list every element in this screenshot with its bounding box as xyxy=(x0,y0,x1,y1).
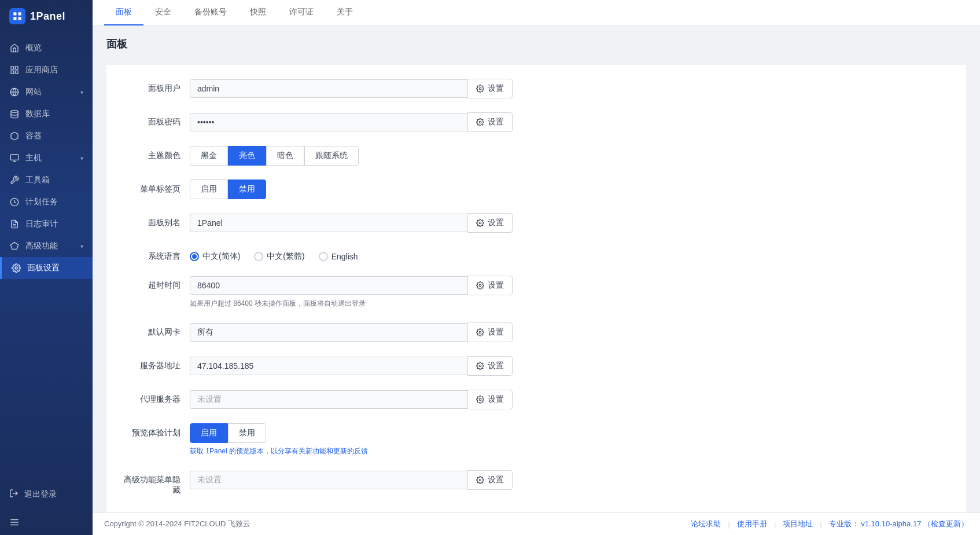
preview-plan-hint: 获取 1Panel 的预览版本，以分享有关新功能和更新的反馈 xyxy=(190,446,952,456)
svg-point-30 xyxy=(479,479,481,481)
tab-panel[interactable]: 面板 xyxy=(104,0,143,25)
theme-follow-system-btn[interactable]: 跟随系统 xyxy=(304,146,359,166)
advanced-hide-input[interactable] xyxy=(190,471,467,489)
panel-alias-input[interactable] xyxy=(190,214,467,232)
panel-user-input[interactable] xyxy=(190,79,467,98)
svg-rect-1 xyxy=(19,12,21,15)
sidebar-item-panelsettings[interactable]: 面板设置 xyxy=(0,257,93,279)
sidebar-collapse-btn[interactable] xyxy=(0,511,93,535)
theme-dark-btn[interactable]: 暗色 xyxy=(266,146,304,166)
footer-check-update-link[interactable]: （检查更新） xyxy=(923,519,968,528)
server-addr-setting-btn[interactable]: 设置 xyxy=(467,356,513,376)
svg-rect-2 xyxy=(13,17,16,20)
proxy-label: 代理服务器 xyxy=(120,390,190,405)
svg-point-23 xyxy=(479,87,481,90)
lang-zh-tw-option[interactable]: 中文(繁體) xyxy=(254,251,304,262)
svg-rect-11 xyxy=(10,155,18,160)
sidebar-item-toolbox[interactable]: 工具箱 xyxy=(0,169,93,191)
sidebar-item-container-label: 容器 xyxy=(25,131,42,141)
theme-bright-btn[interactable]: 亮色 xyxy=(228,146,266,166)
file-text-icon xyxy=(9,219,20,229)
content-area: 面板 面板用户 设置 xyxy=(93,25,980,512)
proxy-setting-btn[interactable]: 设置 xyxy=(467,390,513,409)
timeout-input[interactable] xyxy=(190,276,467,295)
sidebar-item-advanced[interactable]: 高级功能 ▾ xyxy=(0,235,93,257)
lang-zh-cn-radio[interactable] xyxy=(190,252,199,261)
timeout-control: 设置 如果用户超过 86400 秒未操作面板，面板将自动退出登录 xyxy=(190,276,952,309)
preview-plan-btn-group: 启用 禁用 xyxy=(190,423,952,443)
tab-about[interactable]: 关于 xyxy=(325,0,364,25)
panel-user-label: 面板用户 xyxy=(120,79,190,94)
tab-snapshot[interactable]: 快照 xyxy=(238,0,278,25)
logo-icon xyxy=(9,8,25,24)
timeout-input-group: 设置 xyxy=(190,276,952,295)
footer-divider-3: | xyxy=(820,520,821,529)
sidebar-item-database-label: 数据库 xyxy=(25,109,50,119)
footer-manual-link[interactable]: 使用手册 xyxy=(737,519,767,529)
advanced-hide-control: 设置 xyxy=(190,470,952,490)
menu-tab-enable-btn[interactable]: 启用 xyxy=(190,179,228,199)
nic-input-group: 设置 xyxy=(190,323,952,342)
footer-forum-link[interactable]: 论坛求助 xyxy=(691,519,721,529)
footer-version-label: 专业版： xyxy=(829,519,859,528)
panel-user-setting-btn[interactable]: 设置 xyxy=(467,79,513,98)
timeout-row: 超时时间 设置 如果用户超过 86400 秒未操作面板，面板将自动退出登录 xyxy=(120,276,952,309)
nic-setting-btn[interactable]: 设置 xyxy=(467,323,513,342)
sidebar-item-crontask-label: 计划任务 xyxy=(25,197,58,207)
box-icon xyxy=(9,131,20,141)
sidebar-item-crontask[interactable]: 计划任务 xyxy=(0,191,93,213)
sidebar-item-overview[interactable]: 概览 xyxy=(0,37,93,59)
advanced-hide-setting-btn[interactable]: 设置 xyxy=(467,470,513,490)
panel-password-setting-label: 设置 xyxy=(488,117,504,127)
lang-zh-tw-label: 中文(繁體) xyxy=(267,251,304,262)
preview-plan-disable-btn[interactable]: 禁用 xyxy=(228,423,266,443)
server-addr-input-group: 设置 xyxy=(190,356,952,376)
panel-user-control: 设置 xyxy=(190,79,952,98)
proxy-input-group: 设置 xyxy=(190,390,952,409)
panel-alias-label: 面板别名 xyxy=(120,213,190,228)
preview-plan-enable-btn[interactable]: 启用 xyxy=(190,423,228,443)
panel-alias-input-group: 设置 xyxy=(190,213,952,233)
sidebar-item-logout[interactable]: 退出登录 xyxy=(9,483,83,505)
sidebar-item-appstore[interactable]: 应用商店 xyxy=(0,59,93,81)
lang-label: 系统语言 xyxy=(120,247,190,262)
grid-icon xyxy=(9,65,20,75)
server-addr-setting-label: 设置 xyxy=(488,361,504,371)
timeout-setting-btn[interactable]: 设置 xyxy=(467,276,513,295)
tab-backup[interactable]: 备份账号 xyxy=(183,0,238,25)
sidebar-item-database[interactable]: 数据库 xyxy=(0,103,93,125)
theme-control: 黑金 亮色 暗色 跟随系统 xyxy=(190,146,952,166)
server-addr-input[interactable] xyxy=(190,357,467,375)
panel-password-setting-btn[interactable]: 设置 xyxy=(467,112,513,132)
sidebar-item-container[interactable]: 容器 xyxy=(0,125,93,147)
panel-alias-setting-btn[interactable]: 设置 xyxy=(467,213,513,233)
main-content: 面板 安全 备份账号 快照 许可证 关于 面板 面板用户 xyxy=(93,0,980,535)
theme-black-gold-btn[interactable]: 黑金 xyxy=(190,146,228,166)
sidebar-item-logaudit[interactable]: 日志审计 xyxy=(0,213,93,235)
page-title: 面板 xyxy=(106,37,966,51)
sidebar-item-website[interactable]: 网站 ▾ xyxy=(0,81,93,103)
sidebar-item-appstore-label: 应用商店 xyxy=(25,65,58,75)
menu-tab-control: 启用 禁用 xyxy=(190,179,952,199)
nic-input[interactable] xyxy=(190,323,467,342)
lang-en-radio[interactable] xyxy=(319,252,328,261)
menu-tab-disable-btn[interactable]: 禁用 xyxy=(228,179,266,199)
server-addr-row: 服务器地址 设置 xyxy=(120,356,952,376)
svg-point-25 xyxy=(479,222,481,224)
tab-security[interactable]: 安全 xyxy=(143,0,183,25)
proxy-input[interactable] xyxy=(190,390,467,409)
svg-point-26 xyxy=(479,284,481,287)
nic-label: 默认网卡 xyxy=(120,323,190,338)
chevron-down-icon-host: ▾ xyxy=(80,155,83,162)
lang-zh-cn-option[interactable]: 中文(简体) xyxy=(190,251,240,262)
sidebar-item-host-label: 主机 xyxy=(25,153,42,163)
panel-password-label: 面板密码 xyxy=(120,112,190,127)
footer: Copyright © 2014-2024 FIT2CLOUD 飞致云 论坛求助… xyxy=(93,512,980,535)
footer-project-link[interactable]: 项目地址 xyxy=(783,519,813,529)
lang-zh-tw-radio[interactable] xyxy=(254,252,263,261)
sidebar-item-host[interactable]: 主机 ▾ xyxy=(0,147,93,169)
tab-license[interactable]: 许可证 xyxy=(278,0,325,25)
nic-setting-label: 设置 xyxy=(488,327,504,338)
panel-password-input[interactable] xyxy=(190,113,467,131)
lang-en-option[interactable]: English xyxy=(319,252,358,261)
